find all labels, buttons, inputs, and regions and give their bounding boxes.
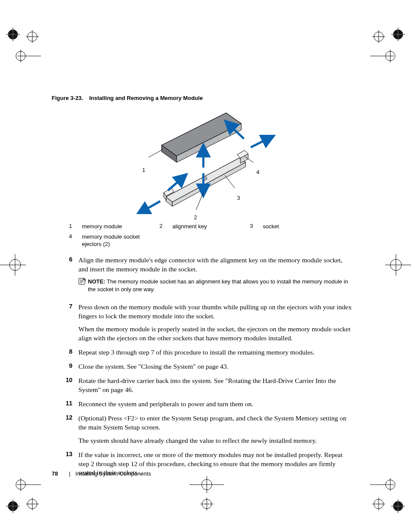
section-title: Installing System Components	[75, 470, 151, 477]
note-block: NOTE: The memory module socket has an al…	[78, 278, 353, 293]
note-icon	[78, 278, 88, 293]
crop-mark	[381, 250, 411, 280]
svg-line-83	[225, 175, 235, 188]
svg-line-79	[147, 201, 160, 208]
figure-caption: Figure 3-23.Installing and Removing a Me…	[52, 95, 353, 101]
step-text: Repeat step 3 through step 7 of this pro…	[78, 348, 353, 357]
svg-line-82	[196, 193, 203, 210]
callout-4: 4	[256, 169, 259, 175]
callout-1: 1	[142, 167, 145, 173]
step-text: (Optional) Press <F2> to enter the Syste…	[78, 414, 353, 432]
step-text: Press down on the memory module with you…	[78, 303, 353, 321]
step-11: 11 Reconnect the system and peripherals …	[52, 400, 353, 409]
step-12: 12 (Optional) Press <F2> to enter the Sy…	[52, 414, 353, 445]
step-7: 7 Press down on the memory module with y…	[52, 303, 353, 343]
figure-legend: 1memory module 2alignment key 3socket 4m…	[69, 223, 353, 248]
procedure-steps: 6 Align the memory module's edge connect…	[52, 256, 353, 478]
footer-separator: |	[69, 470, 70, 477]
svg-marker-67	[166, 158, 246, 202]
step-10: 10 Rotate the hard-drive carrier back in…	[52, 376, 353, 395]
step-text: Align the memory module's edge connector…	[78, 256, 353, 274]
page-number: 78	[52, 470, 58, 477]
step-text: Reconnect the system and peripherals to …	[78, 400, 353, 409]
figure-title: Installing and Removing a Memory Module	[89, 95, 203, 101]
page-footer: 78 | Installing System Components	[52, 470, 151, 477]
step-text: Rotate the hard-drive carrier back into …	[78, 376, 353, 395]
svg-line-80	[168, 182, 178, 190]
step-8: 8 Repeat step 3 through step 7 of this p…	[52, 348, 353, 357]
step-text: When the memory module is properly seate…	[78, 325, 353, 343]
crop-mark	[0, 250, 30, 280]
svg-marker-69	[172, 162, 246, 206]
svg-line-81	[149, 149, 163, 157]
crop-mark	[368, 476, 411, 519]
crop-mark	[0, 476, 43, 519]
note-text: The memory module socket has an alignmen…	[88, 278, 348, 292]
callout-3: 3	[237, 195, 240, 201]
svg-line-77	[251, 141, 264, 147]
figure-number: Figure 3-23.	[52, 95, 83, 101]
step-text: The system should have already changed t…	[78, 436, 353, 445]
step-text: Close the system. See "Closing the Syste…	[78, 362, 353, 371]
note-label: NOTE:	[88, 278, 105, 285]
callout-2: 2	[194, 214, 197, 221]
step-9: 9 Close the system. See "Closing the Sys…	[52, 362, 353, 371]
crop-mark	[368, 22, 411, 65]
step-6: 6 Align the memory module's edge connect…	[52, 256, 353, 298]
figure-illustration: 1 2 3 4	[69, 106, 371, 214]
crop-mark	[0, 22, 43, 65]
